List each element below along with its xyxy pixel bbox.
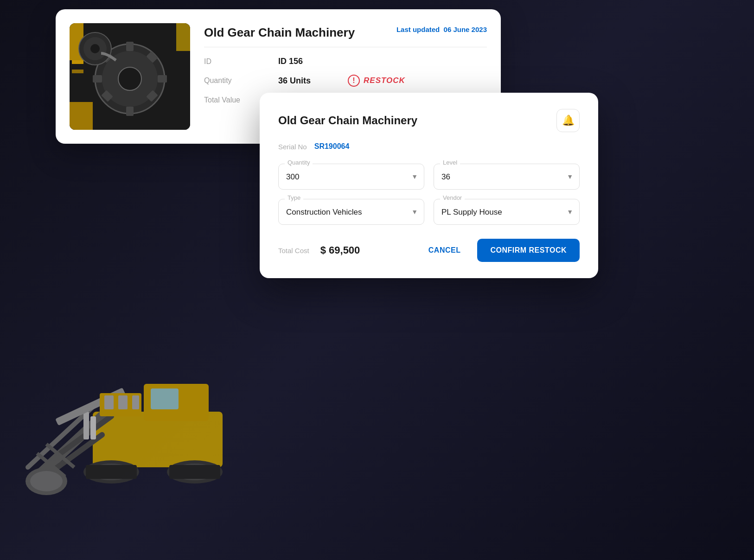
dialog-header: Old Gear Chain Machinery 🔔 xyxy=(278,109,580,132)
quantity-value: 36 Units xyxy=(278,76,311,86)
bell-icon: 🔔 xyxy=(562,115,575,127)
dialog-title: Old Gear Chain Machinery xyxy=(278,114,417,127)
card-header: Old Gear Chain Machinery Last updated 06… xyxy=(204,25,487,47)
confirm-restock-button[interactable]: CONFIRM RESTOCK xyxy=(477,239,580,262)
svg-rect-2 xyxy=(151,388,179,409)
serial-row: Serial No SR190064 xyxy=(278,142,580,151)
serial-label: Serial No xyxy=(278,143,307,151)
level-field-label: Level xyxy=(440,159,460,166)
vendor-select[interactable]: PL Supply House Global Parts Co Machiner… xyxy=(434,199,580,225)
quantity-select[interactable]: 300 100 200 400 500 xyxy=(278,164,424,190)
svg-rect-33 xyxy=(93,75,102,83)
vendor-field-label: Vendor xyxy=(440,194,465,201)
svg-rect-26 xyxy=(176,23,190,51)
svg-rect-32 xyxy=(126,107,134,116)
svg-rect-34 xyxy=(158,75,167,83)
svg-rect-21 xyxy=(104,395,114,409)
svg-rect-23 xyxy=(132,395,139,409)
serial-value: SR190064 xyxy=(314,142,350,151)
level-field: Level 36 10 20 50 100 ▼ xyxy=(434,164,580,190)
type-field-label: Type xyxy=(285,194,303,201)
svg-rect-43 xyxy=(72,70,83,73)
svg-point-30 xyxy=(118,67,141,90)
id-value: ID 156 xyxy=(278,57,303,66)
type-field: Type Construction Vehicles Mining Equipm… xyxy=(278,199,424,225)
svg-rect-15 xyxy=(86,465,137,479)
total-value-label: Total Value xyxy=(204,96,260,104)
cancel-button[interactable]: CANCEL xyxy=(421,241,468,260)
form-row-1: Quantity 300 100 200 400 500 ▼ Level 36 … xyxy=(278,164,580,190)
id-label: ID xyxy=(204,57,260,66)
id-row: ID ID 156 xyxy=(204,57,487,66)
svg-rect-31 xyxy=(126,42,134,51)
quantity-label: Quantity xyxy=(204,76,260,85)
total-cost-value: $ 69,500 xyxy=(320,244,360,256)
svg-point-14 xyxy=(30,471,63,491)
product-title: Old Gear Chain Machinery xyxy=(204,25,355,40)
svg-rect-42 xyxy=(72,60,83,64)
quantity-field: Quantity 300 100 200 400 500 ▼ xyxy=(278,164,424,190)
dialog-footer: Total Cost $ 69,500 CANCEL CONFIRM RESTO… xyxy=(278,239,580,262)
gear-image xyxy=(70,23,190,130)
construction-vehicle-icon xyxy=(0,273,288,560)
level-select[interactable]: 36 10 20 50 100 xyxy=(434,164,580,190)
quantity-field-label: Quantity xyxy=(285,159,313,166)
svg-rect-18 xyxy=(90,416,96,439)
last-updated: Last updated 06 June 2023 xyxy=(396,25,487,33)
restock-label: RESTOCK xyxy=(364,76,405,85)
svg-rect-27 xyxy=(70,102,93,130)
svg-rect-17 xyxy=(83,412,89,439)
quantity-row: Quantity 36 Units ! RESTOCK xyxy=(204,75,487,87)
svg-point-41 xyxy=(90,44,100,53)
restock-warning-icon: ! xyxy=(348,75,360,87)
bell-button[interactable]: 🔔 xyxy=(556,109,580,132)
svg-rect-16 xyxy=(169,465,220,479)
restock-dialog: Old Gear Chain Machinery 🔔 Serial No SR1… xyxy=(260,93,598,278)
vendor-field: Vendor PL Supply House Global Parts Co M… xyxy=(434,199,580,225)
product-image xyxy=(70,23,190,130)
form-row-2: Type Construction Vehicles Mining Equipm… xyxy=(278,199,580,225)
restock-badge: ! RESTOCK xyxy=(348,75,405,87)
svg-rect-22 xyxy=(118,395,128,409)
type-select[interactable]: Construction Vehicles Mining Equipment H… xyxy=(278,199,424,225)
total-cost-label: Total Cost xyxy=(278,247,309,255)
